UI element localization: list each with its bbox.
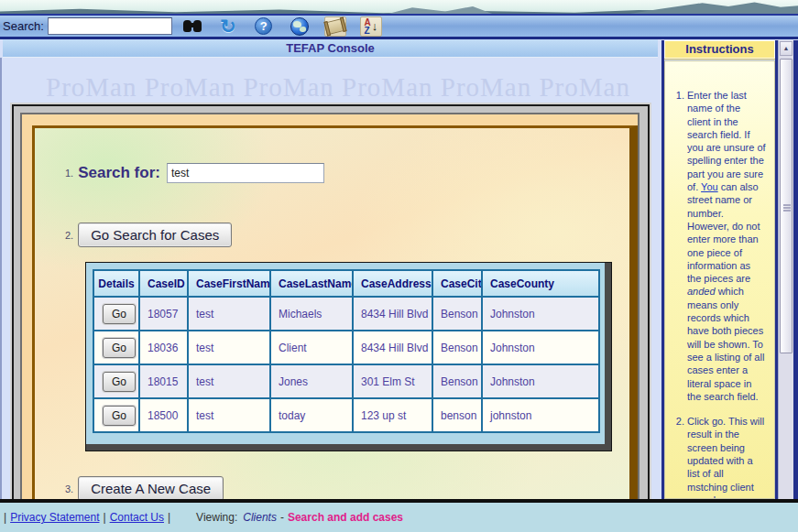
cell-city: Benson: [432, 297, 482, 331]
cell-city: benson: [432, 398, 482, 432]
row-details-go-button[interactable]: Go: [103, 338, 136, 358]
content-frame: 1. Search for: 2. Go Search for Cases De…: [10, 103, 651, 499]
col-address1: CaseAddress1: [353, 270, 432, 297]
step1-number: 1.: [65, 168, 73, 179]
sort-az-icon[interactable]: AZ↓: [360, 16, 382, 37]
contact-us-link[interactable]: Contact Us: [110, 511, 164, 524]
cell-address1: 301 Elm St: [353, 364, 432, 398]
page-title: TEFAP Console: [3, 39, 658, 58]
case-search-input[interactable]: [167, 163, 324, 183]
cell-county: Johnston: [482, 297, 599, 331]
instructions-panel: Enter the last name of the client in the…: [664, 60, 775, 499]
mountain-silhouette: [624, 1, 798, 15]
scrollbar-thumb[interactable]: [780, 59, 793, 353]
cell-caseid: 18057: [139, 297, 188, 331]
col-caseid: CaseID: [139, 270, 188, 297]
refresh-icon[interactable]: ↻: [217, 16, 239, 37]
col-firstname: CaseFirstName: [188, 270, 270, 297]
table-row: Go 18057 test Michaels 8434 Hill Blvd Be…: [93, 297, 599, 331]
table-row: Go 18036 test Client 8434 Hill Blvd Bens…: [93, 331, 599, 364]
globe-icon[interactable]: [289, 16, 311, 37]
cell-lastname: Michaels: [270, 297, 353, 331]
col-lastname: CaseLastName: [270, 270, 353, 297]
scroll-report-icon[interactable]: [324, 16, 346, 37]
instruction-item-1: Enter the last name of the client in the…: [687, 89, 766, 403]
results-table: Details CaseID CaseFirstName CaseLastNam…: [93, 269, 600, 433]
row-details-go-button[interactable]: Go: [103, 304, 136, 324]
table-row: Go 18500 test today 123 up st benson joh…: [93, 398, 599, 432]
cell-firstname: test: [188, 331, 270, 364]
status-bar: | Privacy Statement | Contact Us | Viewi…: [0, 503, 798, 532]
cell-lastname: Jones: [270, 364, 353, 398]
cell-city: Benson: [432, 364, 482, 398]
col-county: CaseCounty: [482, 270, 599, 297]
toolbar-search-label: Search:: [3, 19, 44, 33]
main-pane: ProMan ProMan ProMan ProMan ProMan ProMa…: [0, 58, 661, 499]
you-link[interactable]: You: [701, 181, 718, 192]
scrollbar-up-arrow-icon[interactable]: ▲: [780, 41, 793, 56]
cell-county: Johnston: [482, 331, 599, 364]
dash: -: [280, 511, 284, 524]
cell-county: Johnston: [482, 364, 599, 398]
step3-number: 3.: [65, 483, 73, 494]
cell-caseid: 18015: [139, 364, 188, 398]
cell-caseid: 18036: [139, 331, 188, 364]
cell-address1: 123 up st: [353, 398, 432, 432]
window-right-edge: [793, 40, 798, 499]
proman-watermark: ProMan ProMan ProMan ProMan ProMan ProMa…: [46, 72, 661, 102]
privacy-statement-link[interactable]: Privacy Statement: [10, 511, 99, 524]
toolbar-search-input[interactable]: [48, 17, 172, 35]
instructions-title: Instructions: [664, 40, 775, 59]
search-for-label: Search for:: [78, 164, 160, 182]
viewing-section: Clients: [243, 511, 277, 524]
cell-caseid: 18500: [139, 398, 188, 432]
cell-county: johnston: [482, 398, 599, 432]
viewing-label: Viewing:: [196, 511, 237, 524]
banner-photo: [0, 0, 798, 15]
viewing-page: Search and add cases: [288, 511, 403, 524]
cell-city: Benson: [432, 331, 482, 364]
toolbar: Search: ↻ ? AZ↓: [0, 14, 798, 39]
cell-firstname: test: [188, 398, 270, 432]
step2-number: 2.: [65, 230, 73, 241]
instruction-item-2: Click go. This will result in the screen…: [687, 415, 766, 499]
cell-address1: 8434 Hill Blvd: [353, 297, 432, 331]
cell-address1: 8434 Hill Blvd: [353, 331, 432, 364]
go-search-for-cases-button[interactable]: Go Search for Cases: [78, 223, 232, 247]
cell-firstname: test: [188, 297, 270, 331]
col-city: CaseCity: [432, 270, 482, 297]
find-binoculars-icon[interactable]: [181, 16, 203, 37]
cell-lastname: today: [270, 398, 353, 432]
cell-lastname: Client: [270, 331, 353, 364]
table-row: Go 18015 test Jones 301 Elm St Benson Jo…: [93, 364, 599, 398]
create-new-case-button[interactable]: Create A New Case: [78, 476, 224, 499]
app-window: Search: ↻ ? AZ↓ TEFAP Console Instructio…: [0, 0, 798, 532]
table-header-row: Details CaseID CaseFirstName CaseLastNam…: [93, 270, 599, 297]
row-details-go-button[interactable]: Go: [103, 406, 136, 426]
help-icon[interactable]: ?: [253, 16, 275, 37]
row-details-go-button[interactable]: Go: [103, 372, 136, 392]
col-details: Details: [93, 270, 139, 297]
cell-firstname: test: [188, 364, 270, 398]
results-table-frame: Details CaseID CaseFirstName CaseLastNam…: [85, 262, 612, 451]
vertical-scrollbar[interactable]: ▲: [778, 40, 793, 499]
